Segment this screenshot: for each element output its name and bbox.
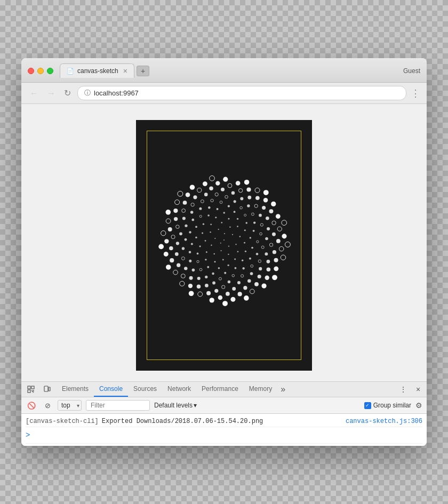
console-clear-button[interactable]: ⊘ [42,399,53,411]
tab-console[interactable]: Console [94,382,128,397]
browser-window: 📄 canvas-sketch × + Guest ← → ↻ ⓘ localh… [21,58,427,446]
new-tab-button[interactable]: + [137,66,149,76]
canvas-sketch [147,131,301,360]
devtools-close-button[interactable]: × [412,383,425,396]
page-content [21,104,427,381]
minimize-button[interactable] [37,68,44,74]
title-bar: 📄 canvas-sketch × + Guest [21,58,427,83]
svg-rect-4 [49,387,50,391]
group-similar-wrapper: ✓ Group similar [364,402,411,409]
tab-memory[interactable]: Memory [244,382,277,397]
svg-rect-2 [31,386,34,389]
back-button[interactable]: ← [28,87,41,99]
tab-sources[interactable]: Sources [128,382,162,397]
inspect-element-button[interactable] [23,382,38,397]
console-settings-button[interactable]: ⚙ [415,401,422,410]
filter-input[interactable] [86,400,150,411]
context-select[interactable]: top [58,400,82,411]
url-bar[interactable]: ⓘ localhost:9967 [77,86,406,100]
browser-menu-button[interactable]: ⋮ [411,87,420,99]
group-similar-checkbox[interactable]: ✓ [364,402,371,409]
close-button[interactable] [28,68,34,74]
url-text: localhost:9967 [94,89,139,97]
address-bar: ← → ↻ ⓘ localhost:9967 ⋮ [21,83,427,104]
console-source-tag: [canvas-sketch-cli] [26,418,99,425]
tab-bar: 📄 canvas-sketch × + [60,63,399,78]
tab-close-icon[interactable]: × [123,67,127,75]
devtools-sidebar-icons [23,382,54,397]
default-levels-label: Default levels [154,402,193,409]
forward-button[interactable]: → [45,87,58,99]
guest-label: Guest [403,67,420,75]
default-levels-arrow-icon: ▾ [194,402,197,409]
tab-elements[interactable]: Elements [57,382,94,397]
tab-favicon-icon: 📄 [67,68,74,75]
maximize-button[interactable] [47,68,53,74]
devtools-panel: Elements Console Sources Network Perform… [21,381,427,446]
console-stop-icon[interactable]: 🚫 [26,399,37,411]
devtools-tab-bar: Elements Console Sources Network Perform… [21,382,427,397]
devtools-more-button[interactable]: ⋮ [397,383,410,396]
active-tab[interactable]: 📄 canvas-sketch × [60,63,134,78]
svg-rect-0 [28,386,30,389]
url-lock-icon: ⓘ [84,89,91,98]
device-toolbar-button[interactable] [39,382,54,397]
reload-button[interactable]: ↻ [62,87,73,99]
console-prompt-icon: > [26,429,30,442]
svg-rect-1 [28,390,30,393]
tab-title: canvas-sketch [77,67,118,75]
console-source-link[interactable]: canvas-sketch.js:306 [346,418,422,425]
traffic-lights [28,68,53,74]
canvas-container [136,120,312,371]
svg-rect-3 [44,386,48,391]
console-message-text: Exported Downloads/2018.07.06-15.54.20.p… [102,418,263,425]
tabs-overflow-button[interactable]: » [278,385,287,394]
console-log-line: [canvas-sketch-cli] Exported Downloads/2… [26,416,422,427]
tab-performance[interactable]: Performance [196,382,244,397]
context-selector-wrapper: top ▾ [58,400,82,411]
devtools-actions: ⋮ × [397,383,425,396]
console-prompt-line: > [26,427,422,444]
tab-network[interactable]: Network [162,382,196,397]
default-levels-button[interactable]: Default levels ▾ [154,402,197,409]
console-output: [canvas-sketch-cli] Exported Downloads/2… [21,414,427,446]
devtools-toolbar: 🚫 ⊘ top ▾ Default levels ▾ ✓ Group simil… [21,397,427,414]
group-similar-label: Group similar [373,402,411,409]
